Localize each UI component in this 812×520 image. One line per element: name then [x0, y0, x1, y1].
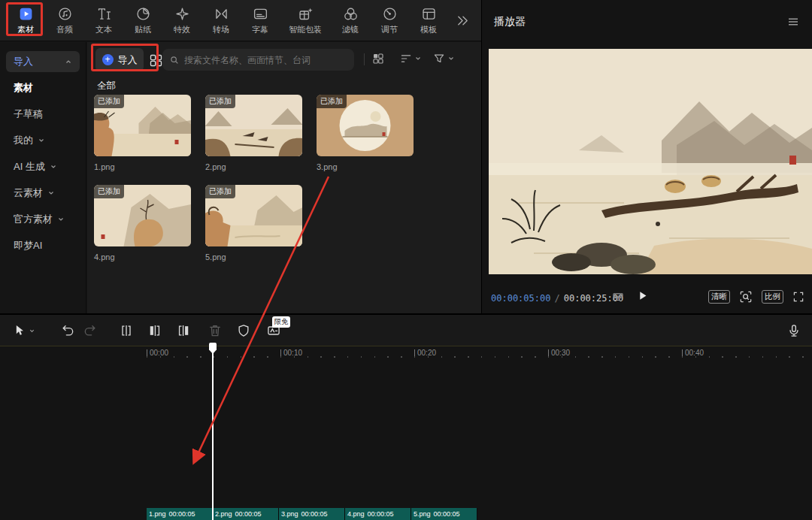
play-button[interactable] — [636, 289, 649, 305]
delete-button[interactable] — [208, 323, 223, 341]
media-item-3[interactable]: 已添加 3.png — [317, 95, 414, 171]
media-grid: 已添加 1.png 已添加 2.png 已添加 3.png — [94, 95, 440, 262]
clip-duration: 00:00:05 — [434, 510, 460, 518]
tab-media[interactable]: 素材 — [6, 2, 45, 39]
sidebar-item-mine[interactable]: 我的 — [6, 130, 80, 151]
import-button[interactable]: + 导入 — [95, 48, 144, 71]
sidebar-item-cloud-material[interactable]: 云素材 — [6, 183, 80, 204]
media-thumbnail[interactable]: 已添加 — [317, 95, 414, 156]
tab-transition[interactable]: 转场 — [201, 2, 241, 39]
ratio-button[interactable]: 比例 — [762, 290, 783, 304]
search-input[interactable] — [184, 55, 347, 65]
clip-3[interactable]: 3.png 00:00:05 — [279, 508, 345, 520]
trim-right-button[interactable] — [176, 323, 191, 341]
clip-1[interactable]: 1.png 00:00:05 — [147, 508, 213, 520]
sidebar-item-ai-generate[interactable]: AI 生成 — [6, 156, 80, 177]
tab-template[interactable]: 模板 — [409, 2, 448, 39]
tab-label: 特效 — [174, 24, 190, 35]
template-icon — [421, 6, 437, 22]
playhead-line[interactable] — [212, 343, 214, 520]
timeline-panel: 限免 00:00 00:10 00:20 00:30 00:40 封面 — [0, 313, 812, 520]
clip-5[interactable]: 5.png 00:00:05 — [411, 508, 477, 520]
material-library-button[interactable] — [148, 53, 164, 71]
current-time: 00:00:05:00 — [491, 293, 550, 304]
tab-text[interactable]: 文本 — [84, 2, 123, 39]
sidebar-item-material[interactable]: 素材 — [6, 77, 80, 98]
added-badge: 已添加 — [205, 185, 235, 198]
clip-name: 3.png — [281, 510, 298, 518]
tab-sticker[interactable]: 贴纸 — [123, 2, 162, 39]
search-bar[interactable] — [162, 49, 354, 71]
clip-duration: 00:00:05 — [368, 510, 394, 518]
tab-effects[interactable]: 特效 — [162, 2, 201, 39]
preview-zoom-icon[interactable] — [738, 289, 753, 304]
divider — [364, 53, 365, 65]
media-thumbnail[interactable]: 已添加 — [205, 185, 302, 246]
media-item-4[interactable]: 已添加 4.png — [94, 185, 191, 262]
funnel-icon — [432, 52, 446, 65]
tracks-area[interactable]: 封面 1.png 00:00:05 2.png 00:00:05 — [0, 361, 812, 520]
hamburger-menu-icon[interactable] — [786, 15, 800, 29]
media-thumbnail[interactable]: 已添加 — [94, 95, 191, 156]
play-icon — [636, 289, 649, 302]
tab-label: 文本 — [95, 24, 112, 35]
sidebar-item-label: 云素材 — [14, 186, 43, 200]
split-button[interactable] — [119, 323, 134, 341]
clip-2[interactable]: 2.png 00:00:05 — [213, 508, 279, 520]
layout-toggle-button[interactable] — [371, 52, 385, 65]
tab-filter[interactable]: 滤镜 — [331, 2, 370, 39]
video-editor-window: 素材 音频 文本 贴纸 特效 转场 字幕 智能包装 — [0, 0, 812, 520]
chevron-down-icon — [447, 55, 455, 62]
tab-audio[interactable]: 音频 — [45, 2, 84, 39]
media-thumbnail[interactable]: 已添加 — [205, 95, 302, 156]
record-voiceover-button[interactable] — [786, 323, 801, 341]
grid-library-icon — [148, 53, 164, 68]
media-thumbnail[interactable]: 已添加 — [94, 185, 191, 246]
collapse-panel-button[interactable] — [451, 13, 474, 29]
timeline-ruler[interactable]: 00:00 00:10 00:20 00:30 00:40 — [0, 346, 812, 361]
undo-button[interactable] — [60, 323, 75, 341]
smart-caption-button[interactable]: 限免 — [266, 323, 281, 341]
added-badge: 已添加 — [94, 95, 124, 108]
media-library-panel: + 导入 全部 已添加 1. — [87, 42, 481, 313]
clip-name: 2.png — [215, 510, 232, 518]
tab-adjust[interactable]: 调节 — [370, 2, 409, 39]
clip-4[interactable]: 4.png 00:00:05 — [345, 508, 411, 520]
time-separator: / — [554, 293, 559, 304]
sort-button[interactable] — [399, 52, 422, 65]
media-item-2[interactable]: 已添加 2.png — [205, 95, 302, 171]
video-preview[interactable] — [489, 49, 812, 274]
media-item-1[interactable]: 已添加 1.png — [94, 95, 191, 171]
chevron-down-icon — [50, 163, 57, 171]
added-badge: 已添加 — [317, 95, 347, 108]
tab-captions[interactable]: 字幕 — [241, 2, 280, 39]
filter-button[interactable] — [432, 52, 455, 65]
sidebar-item-label: 子草稿 — [14, 107, 43, 121]
mask-button[interactable] — [236, 323, 251, 341]
segments-icon — [611, 290, 625, 304]
select-tool-button[interactable] — [12, 323, 35, 338]
media-item-5[interactable]: 已添加 5.png — [205, 185, 302, 262]
player-panel: 播放器 00:00:05:00 / 00:00:25:00 清晰 比例 — [481, 0, 812, 313]
redo-button[interactable] — [83, 323, 98, 341]
sidebar-item-subdraft[interactable]: 子草稿 — [6, 104, 80, 125]
microphone-icon — [786, 323, 801, 338]
sidebar-item-official-material[interactable]: 官方素材 — [6, 209, 80, 230]
clip-header: 5.png 00:00:05 — [411, 508, 477, 520]
tab-smart-package[interactable]: 智能包装 — [280, 2, 331, 39]
quality-button[interactable]: 清晰 — [708, 290, 730, 304]
chevron-down-icon — [38, 137, 45, 144]
segment-view-button[interactable] — [611, 290, 625, 307]
tab-label: 转场 — [213, 24, 229, 35]
player-header: 播放器 — [482, 0, 812, 43]
media-item-name: 4.png — [94, 252, 191, 262]
sidebar-item-jimeng-ai[interactable]: 即梦AI — [6, 235, 80, 256]
split-icon — [119, 323, 134, 338]
sidebar-item-label: 即梦AI — [14, 239, 42, 252]
sidebar-item-label: 官方素材 — [14, 213, 53, 226]
sidebar-item-import[interactable]: 导入 — [6, 51, 80, 72]
fullscreen-icon[interactable] — [792, 290, 805, 304]
clip-header: 2.png 00:00:05 — [213, 508, 278, 520]
trim-left-button[interactable] — [147, 323, 162, 341]
filter-icon — [343, 6, 359, 22]
